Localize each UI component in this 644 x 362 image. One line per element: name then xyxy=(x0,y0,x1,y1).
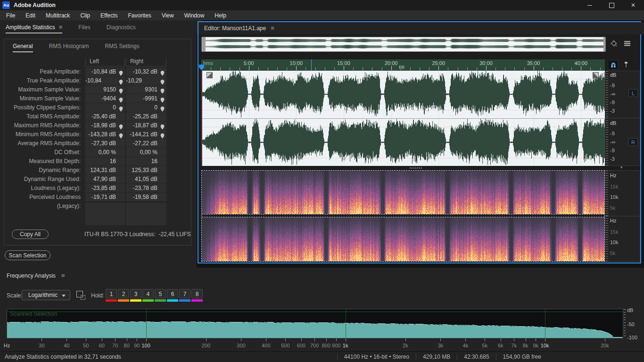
axis-tick xyxy=(501,338,501,341)
jump-to-location-pin-icon[interactable] xyxy=(119,78,123,83)
snap-toggle[interactable] xyxy=(608,60,619,70)
channel-badge-l[interactable]: L xyxy=(628,89,638,97)
hold-button-6[interactable]: 6 xyxy=(167,289,178,298)
jump-to-location-pin-icon[interactable] xyxy=(160,96,165,101)
hold-button-3[interactable]: 3 xyxy=(130,289,141,298)
timeline-label: 15:00 xyxy=(337,60,350,66)
ruler-unit-label: dB xyxy=(610,120,616,126)
hold-button-2[interactable]: 2 xyxy=(118,289,129,298)
hold-button-1[interactable]: 1 xyxy=(106,289,117,298)
menu-clip[interactable]: Clip xyxy=(75,10,95,20)
overview-right-handle[interactable] xyxy=(603,37,605,51)
table-row: True Peak Amplitude:-10,84 dBTP-10,29 dB… xyxy=(4,76,191,85)
table-row: DC Offset:0,00 %0,00 % xyxy=(4,148,191,157)
splitter-handle-icon[interactable] xyxy=(410,167,422,169)
panel-menu-icon[interactable]: ≡ xyxy=(61,273,65,278)
maximize-button[interactable] xyxy=(601,0,622,10)
hold-button-5[interactable]: 5 xyxy=(155,289,166,298)
menu-file[interactable]: File xyxy=(1,10,20,20)
db-axis-label: -50 xyxy=(627,321,635,327)
jump-to-location-pin-icon[interactable] xyxy=(119,132,123,137)
hold-button-8[interactable]: 8 xyxy=(191,289,203,298)
frequency-graph[interactable]: Scanned Selection xyxy=(7,309,623,338)
panel-tab-files[interactable]: Files xyxy=(78,21,90,33)
editor-tab[interactable]: Editor: Manson11A1.ape xyxy=(204,25,266,32)
jump-to-location-pin-icon[interactable] xyxy=(160,123,165,128)
jump-to-location-pin-icon[interactable] xyxy=(160,132,165,137)
column-header-left: Left xyxy=(85,58,125,66)
tab-rms-settings[interactable]: RMS Settings xyxy=(105,43,139,52)
selection-handle-left[interactable] xyxy=(206,72,213,78)
panel-tab-diagnostics[interactable]: Diagnostics xyxy=(107,21,136,33)
hold-slot-5: 5 xyxy=(155,289,166,302)
display-options-icon[interactable] xyxy=(623,40,631,48)
jump-to-location-pin-icon[interactable] xyxy=(160,105,165,110)
empty-table-area xyxy=(4,203,191,225)
general-stats-container: GeneralRMS HistogramRMS Settings Left Ri… xyxy=(4,39,191,246)
axis-tick-label: 6k xyxy=(498,343,504,348)
overview-left-handle[interactable] xyxy=(202,37,206,51)
scan-selection-button[interactable]: Scan Selection xyxy=(5,250,50,260)
ruler-tick-label: -9 xyxy=(610,99,615,105)
jump-to-location-pin-icon[interactable] xyxy=(119,105,123,110)
menu-favorites[interactable]: Favorites xyxy=(123,10,157,20)
hold-slot-3: 3 xyxy=(130,289,141,302)
jump-to-location-pin-icon[interactable] xyxy=(119,69,123,74)
ruler-tick-label: 15k xyxy=(610,184,619,189)
stat-value: -27,30 dB xyxy=(91,139,116,148)
jump-to-location-pin-icon[interactable] xyxy=(160,78,165,83)
panel-tab-amplitude-statistics[interactable]: Amplitude Statistics≡ xyxy=(6,21,62,33)
stat-value-cell: -18,98 dB xyxy=(85,121,125,130)
menu-view[interactable]: View xyxy=(157,10,179,20)
panel-menu-icon[interactable]: ≡ xyxy=(271,26,274,31)
waveform-display[interactable] xyxy=(201,71,605,166)
overview-navigator[interactable] xyxy=(201,37,606,52)
tab-general[interactable]: General xyxy=(13,43,33,52)
copy-graph-icon[interactable] xyxy=(76,291,83,297)
hold-button-4[interactable]: 4 xyxy=(142,289,154,298)
stereo-waveform xyxy=(201,71,605,166)
axis-tick-label: 600 xyxy=(297,343,305,348)
jump-to-location-pin-icon[interactable] xyxy=(160,87,165,92)
menu-edit[interactable]: Edit xyxy=(20,10,41,20)
tab-rms-histogram[interactable]: RMS Histogram xyxy=(49,43,89,52)
menu-effects[interactable]: Effects xyxy=(95,10,123,20)
spectral-display[interactable] xyxy=(201,170,605,262)
stat-value: 0 xyxy=(154,103,157,112)
axis-tick xyxy=(514,338,514,341)
selection-handle-right[interactable] xyxy=(593,72,599,78)
stat-value: -10,84 dB xyxy=(91,67,116,76)
axis-tick-label: 500 xyxy=(281,343,289,348)
close-button[interactable]: ✕ xyxy=(622,0,644,10)
menu-window[interactable]: Window xyxy=(179,10,210,20)
waveform-spectral-splitter[interactable]: ▾ xyxy=(198,166,640,170)
scale-select[interactable]: Logarithmic xyxy=(22,290,70,300)
title-bar: Au Adobe Audition ✕ xyxy=(0,0,644,10)
jump-to-location-pin-icon[interactable] xyxy=(119,96,123,101)
timeline-ruler[interactable]: hms 5:0010:0015:0020:0025:0030:0035:0040… xyxy=(201,59,605,71)
table-row: Dynamic Range:124,31 dB125,33 dB xyxy=(4,166,191,175)
panel-menu-icon[interactable]: ≡ xyxy=(59,25,63,30)
menu-help[interactable]: Help xyxy=(209,10,231,20)
axis-tick-label: 40 xyxy=(64,343,69,348)
copy-all-button[interactable]: Copy All xyxy=(12,230,49,239)
axis-tick xyxy=(301,338,302,341)
hold-button-7[interactable]: 7 xyxy=(179,289,190,298)
marker-pin-tool[interactable] xyxy=(621,60,631,70)
table-row: Possibly Clipped Samples:00 xyxy=(4,103,191,112)
menu-multitrack[interactable]: Multitrack xyxy=(41,10,75,20)
axis-tick xyxy=(326,338,327,341)
minimize-button[interactable] xyxy=(579,0,601,10)
hold-color-swatch xyxy=(191,299,203,302)
collapse-arrow-icon[interactable]: ▾ xyxy=(620,165,623,170)
jump-to-location-pin-icon[interactable] xyxy=(119,123,123,128)
stat-value: 47,90 dB xyxy=(93,175,116,183)
channel-badge-r[interactable]: R xyxy=(628,138,638,146)
axis-tick xyxy=(346,338,346,341)
jump-to-location-pin-icon[interactable] xyxy=(119,87,123,92)
stat-value-cell: -19,71 dB xyxy=(85,193,125,202)
jump-to-location-pin-icon[interactable] xyxy=(160,69,165,74)
table-row: Total RMS Amplitude:-25,40 dB-25,25 dB xyxy=(4,112,191,121)
zoom-navigate-icon[interactable] xyxy=(610,40,619,49)
stat-value-cell: -19,58 dB xyxy=(126,193,166,202)
